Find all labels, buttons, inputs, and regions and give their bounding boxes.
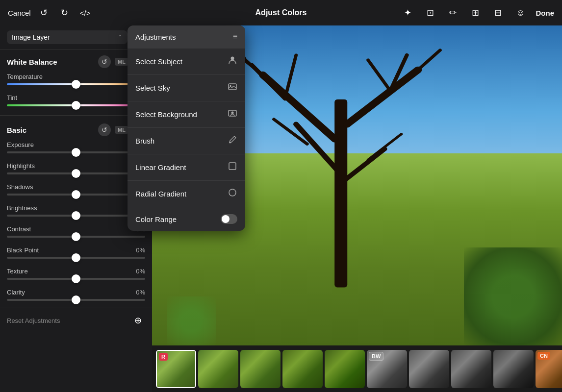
tint-thumb[interactable] [72,101,80,110]
svg-line-12 [368,134,402,160]
filmstrip-thumb-5[interactable] [325,350,365,388]
vegetation-right [464,247,562,345]
layer-dropdown[interactable]: Image Layer ⌃ [7,30,128,44]
texture-thumb[interactable] [72,274,80,283]
filmstrip-thumb-cn[interactable]: CN [536,350,562,388]
shadows-label: Shadows [7,183,33,191]
exposure-thumb[interactable] [72,148,80,157]
contrast-label: Contrast [7,225,31,233]
menu-item-adjustments[interactable]: Adjustments ≡ [128,25,245,49]
svg-line-3 [285,55,296,98]
menu-item-brush[interactable]: Brush [128,128,245,154]
filmstrip-thumb-4[interactable] [282,350,323,388]
white-balance-reset-icon[interactable]: ↺ [98,55,111,68]
menu-item-linear-gradient-label: Linear Gradient [135,163,186,172]
highlights-track[interactable] [7,172,145,174]
temperature-thumb[interactable] [72,80,80,89]
white-balance-ml-badge: ML [115,58,128,66]
filmstrip: R BW CN [152,345,562,392]
reset-adjustments-button[interactable]: Reset Adjustments [7,317,60,324]
filmstrip-thumb-1[interactable]: R [156,350,196,388]
crop-icon[interactable]: ⊡ [423,5,438,20]
clarity-thumb[interactable] [72,295,80,304]
brightness-thumb[interactable] [72,211,80,220]
tint-label: Tint [7,94,17,101]
person-background-icon [228,108,237,121]
exposure-label: Exposure [7,141,34,148]
brush-tool-icon [228,135,237,147]
filmstrip-thumb-bw[interactable]: BW [367,350,407,388]
filmstrip-thumb-2[interactable] [198,350,238,388]
page-title: Adjust Colors [255,8,307,17]
filmstrip-thumb-7[interactable] [409,350,449,388]
exposure-track[interactable] [7,151,145,153]
texture-slider-row: Texture 0% [0,266,152,287]
brightness-label: Brightness [7,204,37,212]
done-button[interactable]: Done [536,9,555,17]
code-icon[interactable]: </> [78,5,93,20]
svg-line-8 [418,50,440,70]
svg-point-18 [230,85,231,87]
vegetation-left [167,296,216,345]
temperature-track[interactable] [7,83,145,85]
top-bar-left: Cancel ↺ ↻ </> [8,5,93,20]
cancel-button[interactable]: Cancel [8,9,31,17]
basic-ml-badge: ML [115,126,128,134]
shadows-track[interactable] [7,194,145,196]
contrast-track[interactable] [7,236,145,238]
menu-item-radial-gradient[interactable]: Radial Gradient [128,181,245,207]
menu-item-select-subject-label: Select Subject [135,57,182,66]
color-range-toggle-icon[interactable] [221,214,237,224]
blackpoint-label: Black Point [7,246,39,254]
film-badge-bw: BW [369,352,383,361]
top-bar-right: ✦ ⊡ ✏ ⊞ ⊟ ☺ Done [401,5,555,20]
transform-icon[interactable]: ⊞ [468,5,483,20]
clarity-slider-row: Clarity 0% [0,287,152,308]
circle-gradient-icon [228,188,237,200]
clarity-track[interactable] [7,299,145,301]
menu-item-color-range[interactable]: Color Range [128,207,245,231]
redo-icon[interactable]: ↻ [57,5,72,20]
eraser-icon[interactable]: ✏ [446,5,460,20]
svg-rect-0 [335,99,347,287]
brightness-track[interactable] [7,215,145,217]
blackpoint-value: 0% [136,246,145,254]
texture-value: 0% [136,268,145,275]
blackpoint-slider-row: Black Point 0% [0,245,152,266]
film-badge-cn: CN [537,352,550,360]
square-gradient-icon [228,161,237,173]
highlights-thumb[interactable] [72,169,80,178]
adjustments-grid-icon[interactable]: ⊟ [491,5,506,20]
menu-item-select-subject[interactable]: Select Subject [128,49,245,75]
texture-track[interactable] [7,278,145,280]
blackpoint-thumb[interactable] [72,253,80,262]
temperature-label: Temperature [7,73,43,80]
more-options-icon[interactable]: ⊕ [130,313,145,328]
menu-item-linear-gradient[interactable]: Linear Gradient [128,154,245,181]
ml-wand-icon[interactable]: ✦ [401,5,415,20]
svg-line-13 [246,60,263,75]
basic-reset-icon[interactable]: ↺ [98,123,111,136]
svg-rect-22 [229,163,236,170]
menu-item-select-background[interactable]: Select Background [128,101,245,128]
highlights-label: Highlights [7,162,35,170]
svg-point-20 [231,112,234,114]
menu-item-select-sky[interactable]: Select Sky [128,75,245,101]
film-badge-r: R [159,353,168,361]
contrast-thumb[interactable] [72,232,80,241]
dropdown-menu: Adjustments ≡ Select Subject Select Sky … [128,25,245,231]
tint-track[interactable] [7,104,145,106]
undo-icon[interactable]: ↺ [37,5,51,20]
menu-item-select-sky-label: Select Sky [135,84,170,92]
person-icon [228,55,237,68]
filmstrip-thumb-8[interactable] [451,350,491,388]
blackpoint-track[interactable] [7,257,145,259]
filmstrip-thumb-9[interactable] [493,350,534,388]
smiley-icon[interactable]: ☺ [513,5,528,20]
shadows-thumb[interactable] [72,190,80,199]
bottom-bar: Reset Adjustments ⊕ [0,308,152,333]
menu-item-select-background-label: Select Background [135,110,197,119]
filmstrip-thumb-3[interactable] [240,350,281,388]
white-balance-title: White Balance [7,58,57,66]
chevron-down-icon: ⌃ [118,34,123,41]
